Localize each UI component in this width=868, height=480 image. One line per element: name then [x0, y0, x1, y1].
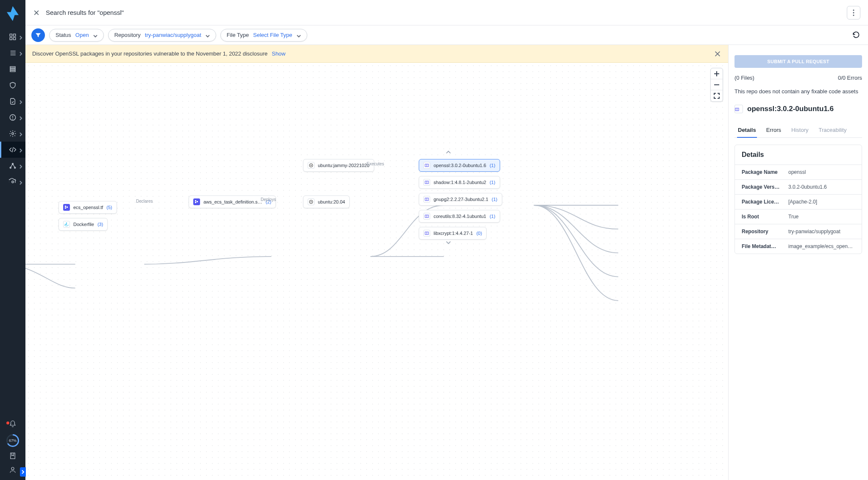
- edge-label-executes: Executes: [365, 161, 385, 167]
- notification-dot-icon: [6, 421, 9, 424]
- packages-scroll-down[interactable]: [446, 240, 451, 246]
- node-label: gnupg2:2.2.27-3ubuntu2.1: [434, 197, 488, 202]
- packages-scroll-up[interactable]: [446, 150, 451, 156]
- svg-point-12: [13, 119, 13, 119]
- reset-filters-button[interactable]: [850, 29, 862, 41]
- nav-item-shield[interactable]: [0, 77, 25, 93]
- terraform-icon: [193, 198, 200, 205]
- notifications-button[interactable]: [9, 420, 17, 429]
- docker-icon: [63, 221, 70, 228]
- nav-item-code[interactable]: [0, 142, 25, 158]
- chevron-right-icon: [19, 51, 23, 55]
- node-package-gnupg2[interactable]: gnupg2:2.2.27-3ubuntu2.1 (1): [419, 193, 502, 206]
- node-label: coreutils:8.32-4.1ubuntu1: [434, 214, 486, 219]
- no-fixable-note: This repo does not contain any fixable c…: [734, 88, 862, 95]
- chevron-right-icon: [19, 115, 23, 120]
- node-label: ubuntu:20.04: [318, 199, 345, 204]
- filter-status-value: Open: [75, 32, 89, 38]
- banner-show-link[interactable]: Show: [272, 50, 286, 57]
- node-label: libxcrypt:1:4.4.27-1: [434, 231, 473, 236]
- svg-rect-28: [65, 207, 66, 209]
- progress-percent: 67%: [9, 438, 17, 443]
- more-menu-button[interactable]: [847, 6, 860, 20]
- topbar: Search results for "openssl": [25, 0, 868, 25]
- filter-repository-label: Repository: [114, 32, 141, 38]
- kv-row: Repositorytry-panwiac/supplygoat: [735, 224, 862, 239]
- svg-rect-7: [10, 67, 15, 68]
- filter-filetype[interactable]: File Type Select File Type: [220, 29, 307, 42]
- bell-icon: [9, 420, 17, 428]
- page-title: Search results for "openssl": [46, 9, 124, 16]
- package-icon: [423, 213, 430, 220]
- filter-repository[interactable]: Repository try-panwiac/supplygoat: [108, 29, 216, 42]
- chevron-right-icon: [19, 99, 23, 103]
- node-image-jammy[interactable]: ubuntu:jammy-20221020: [303, 159, 374, 172]
- canvas-wrap: Discover OpenSSL packages in your reposi…: [25, 45, 728, 480]
- nav-item-storage[interactable]: [0, 61, 25, 77]
- tab-details[interactable]: Details: [737, 123, 757, 137]
- tab-history[interactable]: History: [790, 123, 809, 137]
- details-card: Details Package Nameopenssl Package Vers…: [734, 145, 862, 254]
- svg-rect-34: [195, 202, 196, 203]
- nav-item-settings[interactable]: [0, 174, 25, 190]
- kv-row: Package Lice…[Apache-2.0]: [735, 194, 862, 209]
- submit-pr-button[interactable]: SUBMIT A PULL REQUEST: [734, 55, 862, 68]
- zoom-out-button[interactable]: [711, 79, 723, 90]
- node-package-shadow[interactable]: shadow:1:4.8.1-2ubuntu2 (1): [419, 176, 500, 189]
- details-panel: SUBMIT A PULL REQUEST (0 Files) 0/0 Erro…: [728, 45, 868, 480]
- tab-traceability[interactable]: Traceability: [818, 123, 847, 137]
- chevron-right-icon: [19, 180, 23, 184]
- node-image-2004[interactable]: ubuntu:20.04: [303, 195, 350, 208]
- bookmark-button[interactable]: [9, 452, 17, 461]
- node-count: (5): [106, 205, 112, 210]
- node-file-dockerfile[interactable]: Dockerfile (3): [58, 218, 108, 231]
- svg-point-21: [853, 12, 854, 13]
- filter-filetype-value: Select File Type: [253, 32, 292, 38]
- nav-item-network[interactable]: [0, 158, 25, 174]
- progress-ring[interactable]: 67%: [6, 434, 19, 447]
- node-label: Dockerfile: [73, 222, 94, 227]
- dependency-graph-canvas[interactable]: ecs_openssl.tf (5) Dockerfile (3) Declar…: [25, 63, 728, 480]
- nav-item-alert[interactable]: [0, 109, 25, 126]
- package-icon: [423, 230, 430, 237]
- expand-rail-button[interactable]: [20, 467, 26, 477]
- node-count: (1): [490, 163, 495, 168]
- svg-point-38: [311, 201, 312, 202]
- tab-errors[interactable]: Errors: [765, 123, 782, 137]
- nav-item-gear[interactable]: [0, 126, 25, 142]
- node-package-libxcrypt[interactable]: libxcrypt:1:4.4.27-1 (0): [419, 227, 487, 240]
- chevron-down-icon: [206, 33, 210, 37]
- nav-item-doc-check[interactable]: [0, 93, 25, 109]
- zoom-in-button[interactable]: [711, 68, 723, 79]
- svg-rect-30: [66, 224, 67, 225]
- files-errors-summary: (0 Files) 0/0 Errors: [734, 75, 862, 81]
- package-icon: [734, 105, 743, 113]
- node-label: aws_ecs_task_definition.s…: [203, 199, 262, 204]
- banner-close-button[interactable]: [714, 50, 721, 58]
- content: Discover OpenSSL packages in your reposi…: [25, 45, 868, 480]
- errors-count: 0/0 Errors: [838, 75, 862, 81]
- svg-rect-33: [197, 201, 198, 202]
- node-count: (1): [492, 197, 497, 202]
- profile-button[interactable]: [9, 466, 17, 475]
- details-kv-list: Package Nameopenssl Package Vers…3.0.2-0…: [735, 165, 862, 254]
- filter-icon[interactable]: [31, 28, 45, 42]
- svg-point-17: [12, 181, 14, 183]
- node-package-openssl[interactable]: openssl:3.0.2-0ubuntu1.6 (1): [419, 159, 500, 172]
- filter-status-label: Status: [56, 32, 71, 38]
- main: Search results for "openssl" Status Open…: [25, 0, 868, 480]
- svg-rect-2: [10, 38, 12, 40]
- chevron-down-icon: [297, 33, 301, 37]
- node-file-ecs[interactable]: ecs_openssl.tf (5): [58, 201, 117, 214]
- package-icon: [423, 196, 430, 203]
- zoom-fit-button[interactable]: [711, 90, 723, 101]
- selected-resource-header: openssl:3.0.2-0ubuntu1.6: [734, 102, 862, 116]
- nav-item-dashboard[interactable]: [0, 29, 25, 45]
- close-search-button[interactable]: [33, 9, 40, 16]
- ubuntu-icon: [308, 162, 314, 169]
- node-package-coreutils[interactable]: coreutils:8.32-4.1ubuntu1 (1): [419, 210, 500, 223]
- svg-point-20: [853, 9, 854, 11]
- kv-row: Package Nameopenssl: [735, 165, 862, 179]
- filter-status[interactable]: Status Open: [49, 29, 104, 42]
- nav-item-list[interactable]: [0, 45, 25, 61]
